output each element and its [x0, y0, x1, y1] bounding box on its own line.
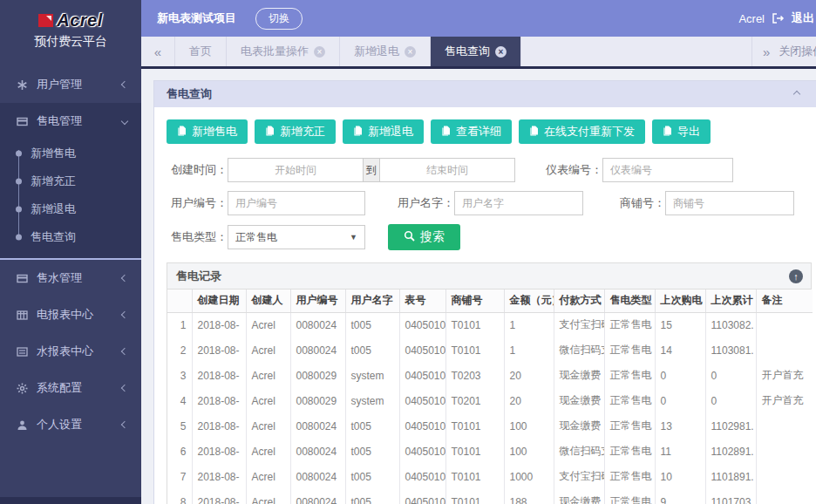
table-cell: 0080024 — [290, 464, 345, 489]
toolbar-button[interactable]: 查看详细 — [431, 119, 512, 144]
collapse-table-icon[interactable]: ↑ — [789, 269, 803, 283]
user-no-input[interactable] — [228, 191, 365, 215]
sidebar-item-electricity-report-center[interactable]: 电报表中心 — [0, 296, 141, 333]
table-cell: 2018-08- — [192, 439, 246, 464]
user-name-input[interactable] — [454, 191, 583, 215]
sidebar-item-label: 用户管理 — [37, 77, 82, 92]
toolbar-button-label: 新增退电 — [368, 124, 413, 140]
table-cell: 2018-08- — [192, 337, 246, 363]
table-cell: 13 — [655, 413, 705, 439]
table-cell: T0101 — [445, 312, 504, 337]
tab-item[interactable]: 电表批量操作× — [227, 37, 340, 66]
table-header-cell — [167, 289, 192, 312]
table-row[interactable]: 12018-08-Acrel0080024t00504050101T01011支… — [167, 312, 813, 337]
table-cell — [756, 464, 813, 489]
document-icon — [663, 125, 673, 139]
toolbar-button-label: 导出 — [677, 124, 700, 140]
tab-label: 新增退电 — [354, 44, 399, 59]
table-row[interactable]: 52018-08-Acrel0080024t00504050101T010110… — [167, 413, 813, 439]
sidebar-subitem-new-refund[interactable]: 新增退电 — [0, 195, 141, 223]
table-cell: 04050101 — [399, 489, 445, 504]
toolbar-button[interactable]: 新增售电 — [167, 119, 248, 144]
table-cell: 现金缴费 — [554, 413, 604, 439]
table-cell: 1101891. — [705, 464, 756, 489]
tab-close-icon[interactable]: × — [405, 46, 416, 58]
sidebar-item-label: 水报表中心 — [37, 344, 93, 359]
switch-project-button[interactable]: 切换 — [255, 8, 303, 30]
search-button[interactable]: 搜索 — [388, 224, 460, 250]
table-row[interactable]: 42018-08-Acrel0080029system04050102T0201… — [167, 388, 813, 413]
table-row[interactable]: 32018-08-Acrel0080029system04050102T0203… — [167, 363, 813, 388]
sale-records-header: 售电记录 ↑ — [167, 263, 811, 289]
table-cell: 1 — [504, 337, 554, 363]
table-cell: 188 — [504, 489, 554, 504]
tab-close-icon[interactable]: × — [495, 46, 507, 58]
table-cell: t005 — [345, 489, 399, 504]
tab-label: 电表批量操作 — [241, 44, 309, 59]
table-cell: 1101703. — [705, 489, 756, 504]
close-operations-menu[interactable]: 关闭操作 — [779, 44, 816, 59]
table-header-cell: 表号 — [399, 289, 445, 312]
gear-icon — [16, 382, 28, 394]
water-report-icon — [16, 345, 28, 358]
table-row[interactable]: 72018-08-Acrel0080024t00504050101T010110… — [167, 464, 813, 489]
sidebar-item-water-sale[interactable]: 售水管理 — [0, 260, 141, 296]
chevron-down-icon — [121, 118, 128, 125]
shop-no-label: 商铺号： — [615, 195, 665, 211]
toolbar-button[interactable]: 新增退电 — [343, 119, 424, 144]
sidebar-item-user-management[interactable]: 用户管理 — [0, 66, 141, 103]
table-cell: 0 — [705, 388, 756, 413]
table-cell: 04050102 — [399, 388, 445, 413]
sidebar-item-electricity-sale[interactable]: 售电管理 — [0, 103, 141, 140]
meter-no-input[interactable] — [602, 158, 733, 182]
sidebar-subitem-new-correction[interactable]: 新增充正 — [0, 167, 141, 195]
tab-scroll-right-icon[interactable]: » — [763, 44, 770, 59]
electricity-report-icon — [16, 309, 28, 321]
table-cell: 正常售电 — [604, 312, 655, 337]
table-cell: Acrel — [246, 388, 290, 413]
logout-link[interactable]: 退出 — [792, 10, 814, 26]
table-row[interactable]: 82018-08-Acrel0080024t00504050101T010118… — [167, 489, 813, 504]
tab-item[interactable]: 售电查询× — [431, 37, 521, 66]
toolbar-button[interactable]: 新增充正 — [255, 119, 336, 144]
table-cell: 正常售电 — [604, 489, 655, 504]
tab-item[interactable]: 首页 — [174, 37, 227, 66]
sidebar-collapse-bar[interactable] — [0, 497, 141, 504]
table-cell: 微信扫码支付 — [554, 337, 604, 363]
document-icon — [353, 125, 364, 139]
tab-close-icon[interactable]: × — [314, 46, 325, 58]
sidebar-item-personal-settings[interactable]: 个人设置 — [0, 406, 141, 443]
sidebar-subitem-new-sale[interactable]: 新增售电 — [0, 140, 141, 167]
sidebar-item-system-config[interactable]: 系统配置 — [0, 370, 141, 406]
toolbar-button-label: 新增售电 — [192, 124, 237, 140]
table-cell: 正常售电 — [604, 363, 655, 388]
sidebar-subitem-sale-query[interactable]: 售电查询 — [0, 223, 141, 251]
meter-no-label: 仪表编号： — [541, 162, 602, 178]
shop-no-input[interactable] — [665, 191, 794, 215]
table-header-cell: 金额（元） — [504, 289, 554, 312]
logo: Acrel 预付费云平台 — [0, 0, 141, 66]
toolbar-button[interactable]: 导出 — [652, 119, 711, 144]
chevron-left-icon — [121, 81, 128, 88]
table-cell: 0 — [705, 363, 756, 388]
table-header-cell: 上次购电 — [655, 289, 705, 312]
current-user: Acrel — [738, 12, 765, 25]
user-name-label: 用户名字： — [393, 195, 454, 211]
document-icon — [441, 125, 452, 139]
sale-type-select[interactable]: 正常售电 ▼ — [228, 225, 365, 249]
sidebar-group-electricity-sale: 售电管理 新增售电 新增充正 新增退电 售电查询 — [0, 103, 141, 260]
sidebar-item-water-report-center[interactable]: 水报表中心 — [0, 333, 141, 370]
table-cell — [756, 413, 813, 439]
tab-item[interactable]: 新增退电× — [340, 37, 431, 66]
table-cell: system — [345, 388, 399, 413]
start-time-input[interactable] — [228, 158, 364, 182]
panel-collapse-icon[interactable] — [793, 91, 800, 98]
search-form: 创建时间： 到 仪表编号： 用户编号： 用户名字： 商铺号： 售电类型： — [167, 158, 810, 250]
toolbar-button[interactable]: 在线支付重新下发 — [519, 119, 645, 144]
tab-label: 售电查询 — [445, 44, 490, 59]
table-cell: Acrel — [246, 489, 290, 504]
end-time-input[interactable] — [379, 158, 515, 182]
table-row[interactable]: 62018-08-Acrel0080024t00504050101T010110… — [167, 439, 813, 464]
tab-scroll-left-icon[interactable]: « — [141, 37, 174, 66]
table-row[interactable]: 22018-08-Acrel0080024t00504050101T01011微… — [167, 337, 813, 363]
